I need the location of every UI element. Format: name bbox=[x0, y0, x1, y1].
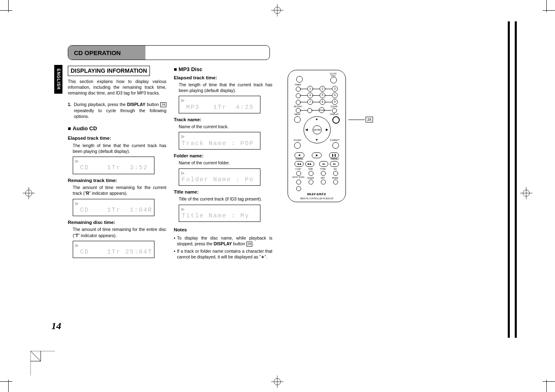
crop-mark bbox=[543, 381, 555, 382]
remote-illustration: CLOCK CALL TIMER 1 2 3 4 5 6 7 8 9 bbox=[288, 70, 346, 202]
sdb-button bbox=[309, 171, 313, 176]
play-icon: ▷ bbox=[76, 201, 152, 206]
step-number: 1. bbox=[68, 101, 71, 119]
text: repeatedly to cycle through the followin… bbox=[74, 108, 166, 119]
section-title: CD OPERATION bbox=[68, 46, 145, 60]
mp3-elapsed-body: The length of time that the current trac… bbox=[179, 82, 272, 93]
play-icon: ▷ bbox=[182, 134, 258, 139]
num-9-button: 9 bbox=[332, 99, 338, 105]
heading-text: Audio CD bbox=[73, 125, 97, 131]
mp3-track-body: Name of the current track. bbox=[179, 124, 272, 129]
text-bold: DISPLAY bbox=[127, 102, 145, 107]
clear-button bbox=[332, 108, 337, 113]
svg-line-12 bbox=[30, 351, 41, 361]
line bbox=[300, 102, 307, 102]
mp3-disc-heading: ■MP3 Disc bbox=[174, 66, 272, 73]
play-icon: ▷ bbox=[76, 243, 152, 248]
line bbox=[312, 89, 320, 89]
clock-call-label: CLOCK CALL bbox=[327, 73, 339, 77]
section-heading-bar: CD OPERATION bbox=[68, 45, 270, 60]
sound-label: SOUND bbox=[293, 139, 302, 141]
remaining-disc-time-heading: Remaining disc time: bbox=[68, 219, 166, 226]
display-label: DISPLAY bbox=[329, 113, 340, 115]
preset-label: PRESET bbox=[322, 158, 339, 160]
line bbox=[325, 95, 332, 96]
elapsed-track-time-body: The length of time that the current trac… bbox=[73, 143, 166, 154]
line bbox=[300, 110, 307, 111]
stop-button: ■ bbox=[295, 152, 304, 158]
lcd-text: Title Name : My bbox=[182, 212, 249, 219]
lcd-text: Track Name : POP bbox=[182, 140, 254, 147]
intro-text: This section explains how to display var… bbox=[68, 78, 166, 96]
subsection-title: DISPLAYING INFORMATION bbox=[68, 66, 150, 76]
gutter-bar bbox=[508, 21, 510, 338]
line bbox=[312, 95, 320, 96]
text: . bbox=[252, 241, 253, 246]
crop-mark bbox=[8, 380, 9, 392]
square-bullet-icon: ■ bbox=[68, 125, 71, 131]
callout-line bbox=[348, 120, 365, 120]
sdirect-button bbox=[332, 142, 339, 149]
content-area: CD OPERATION DISPLAYING INFORMATION This… bbox=[68, 45, 446, 261]
left-icon: ◀ bbox=[305, 128, 308, 131]
right-icon: ▶ bbox=[326, 128, 328, 131]
lcd-mp3-title: ▷ Title Name : My bbox=[179, 205, 260, 222]
lcd-text: MP3 1Tr 4:25 bbox=[182, 104, 254, 111]
crop-mark bbox=[543, 10, 555, 11]
crop-mark bbox=[546, 380, 547, 392]
remote-body: CLOCK CALL TIMER 1 2 3 4 5 6 7 8 9 bbox=[288, 70, 346, 202]
tone-label: TONE bbox=[319, 168, 327, 170]
remaining-disc-time-body: The amount of time remaining for the ent… bbox=[73, 226, 166, 238]
manual-page: ENGLISH CD OPERATION DISPLAYING INFORMAT… bbox=[0, 0, 555, 392]
display-button bbox=[332, 116, 340, 124]
lcd-text: CD 1Tr 25:04T bbox=[76, 249, 152, 256]
num-6-button: 6 bbox=[332, 92, 338, 98]
lcd-rem-track: ▷ CD 1Tr 1:04R bbox=[73, 199, 154, 216]
notes-heading: Notes bbox=[174, 227, 272, 233]
pause-button: ❚❚ bbox=[329, 152, 339, 158]
text: button bbox=[145, 102, 160, 107]
mp3-elapsed-heading: Elapsed track time: bbox=[174, 75, 272, 81]
timer-button bbox=[296, 87, 301, 92]
standby-button bbox=[296, 76, 303, 83]
registration-target-icon bbox=[520, 187, 532, 199]
autoscan-label: AUTO SCAN bbox=[292, 176, 304, 178]
line bbox=[300, 89, 307, 89]
eq-button bbox=[333, 171, 338, 176]
crop-mark bbox=[8, 0, 9, 12]
gutter-bar bbox=[515, 21, 517, 338]
text: During playback, press the bbox=[74, 102, 127, 107]
play-button: ▶ bbox=[312, 152, 322, 158]
tuning-label: TUNING bbox=[295, 158, 312, 160]
down-icon: ▼ bbox=[315, 138, 318, 142]
clock-call-button bbox=[330, 77, 337, 83]
page-number: 14 bbox=[51, 321, 61, 332]
enter-button: ENTER bbox=[313, 125, 322, 134]
step-1: 1. During playback, press the DISPLAY bu… bbox=[68, 101, 166, 119]
mp3-track-heading: Track name: bbox=[174, 117, 272, 123]
sleep-label: SLEEP bbox=[306, 177, 315, 179]
lcd-text: Folder Name : Po bbox=[182, 176, 254, 183]
column-2: ■MP3 Disc Elapsed track time: The length… bbox=[174, 66, 272, 261]
remote-model: REMOTE CONTROLLER RC6001CR bbox=[288, 198, 345, 200]
muting-label: MUTING bbox=[293, 106, 303, 108]
callout-number: 28 bbox=[366, 117, 373, 122]
up-icon: ▲ bbox=[315, 117, 318, 121]
heading-text: MP3 Disc bbox=[179, 66, 203, 72]
play-icon: ▷ bbox=[182, 171, 258, 175]
line bbox=[300, 95, 307, 96]
crop-mark bbox=[0, 381, 12, 382]
menu-button bbox=[294, 116, 301, 123]
lcd-elapsed: ▷ CD 1Tr 3:52 bbox=[73, 157, 154, 174]
key-ref-28: 28 bbox=[246, 242, 253, 247]
callout-28: 28 bbox=[348, 117, 373, 122]
plus10-button bbox=[307, 108, 312, 113]
menu-label: MENU bbox=[293, 113, 302, 115]
text: ” indicator appears). bbox=[78, 233, 116, 238]
lcd-mp3-folder: ▷ Folder Name : Po bbox=[179, 168, 260, 186]
next-button: ⏭ bbox=[330, 161, 339, 167]
note-2: • If a track or folder name contains a c… bbox=[174, 248, 272, 260]
sound-button bbox=[294, 142, 301, 149]
step-body: During playback, press the DISPLAY butto… bbox=[74, 101, 166, 119]
lcd-mp3-track: ▷ Track Name : POP bbox=[179, 132, 260, 149]
